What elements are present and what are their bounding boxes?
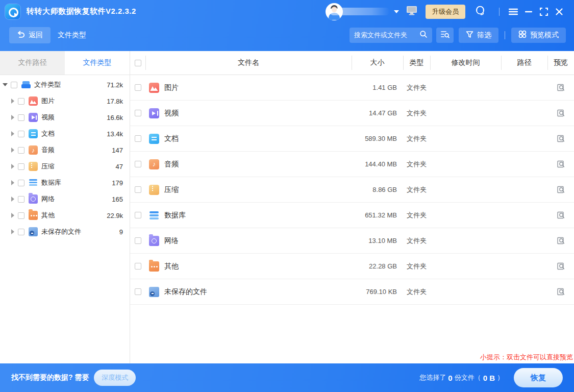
caret-right-icon[interactable] [11, 164, 14, 169]
table-row[interactable]: 压缩 8.86 GB 文件夹 [130, 177, 574, 203]
table-row[interactable]: 视频 14.47 GB 文件夹 [130, 101, 574, 126]
checkbox[interactable] [18, 212, 24, 219]
caret-right-icon[interactable] [11, 213, 14, 218]
caret-right-icon[interactable] [11, 131, 14, 136]
preview-file-icon[interactable] [547, 262, 574, 271]
select-all-checkbox[interactable] [135, 60, 141, 66]
caret-right-icon[interactable] [11, 180, 14, 185]
preview-file-icon[interactable] [547, 287, 574, 296]
caret-right-icon[interactable] [11, 115, 14, 120]
file-type: 文件夹 [403, 262, 430, 271]
titlebar: 转转大师数据恢复软件V2.2.3.2 升级会员 [0, 0, 574, 23]
checkbox[interactable] [18, 131, 24, 137]
file-size: 22.28 GB [352, 262, 403, 270]
row-checkbox[interactable] [135, 161, 141, 167]
checkbox[interactable] [11, 82, 17, 88]
video-icon [149, 108, 159, 118]
video-icon [29, 113, 38, 122]
monitor-icon[interactable] [406, 6, 417, 17]
tree-item-database[interactable]: 数据库 179 [0, 175, 130, 191]
table-row[interactable]: 数据库 651.32 MB 文件夹 [130, 203, 574, 228]
file-size: 589.30 MB [352, 135, 403, 142]
customer-service-icon[interactable] [475, 5, 486, 18]
preview-mode-button[interactable]: 预览模式 [511, 28, 566, 43]
preview-file-icon[interactable] [547, 134, 574, 143]
tree-item-other[interactable]: 其他 22.9k [0, 207, 130, 224]
row-checkbox[interactable] [135, 263, 141, 270]
item-count: 165 [112, 195, 130, 203]
table-row[interactable]: 音频 144.40 MB 文件夹 [130, 152, 574, 177]
file-type: 文件夹 [403, 287, 430, 297]
back-button[interactable]: 返回 [9, 27, 51, 43]
caret-right-icon[interactable] [11, 229, 14, 234]
tree-item-pictures[interactable]: 图片 17.8k [0, 93, 130, 109]
table-row[interactable]: 未保存的文件 769.10 KB 文件夹 [130, 279, 574, 305]
tree-item-root[interactable]: 文件类型 71.2k [0, 77, 130, 93]
column-header-type: 类型 [403, 51, 430, 75]
file-name: 音频 [164, 160, 179, 169]
item-count: 16.6k [107, 114, 130, 121]
pictures-icon [29, 96, 38, 106]
item-count: 71.2k [107, 81, 130, 89]
table-row[interactable]: 文档 589.30 MB 文件夹 [130, 126, 574, 152]
filter-button[interactable]: 筛选 [459, 28, 498, 43]
row-checkbox[interactable] [135, 135, 141, 142]
checkbox[interactable] [18, 147, 24, 154]
recover-button[interactable]: 恢复 [514, 368, 563, 387]
search-input[interactable] [354, 31, 419, 39]
row-checkbox[interactable] [135, 84, 141, 91]
checkbox[interactable] [18, 196, 24, 203]
checkbox[interactable] [18, 98, 24, 105]
checkbox[interactable] [18, 180, 24, 186]
unsaved-file-icon [149, 287, 159, 297]
search-box[interactable] [350, 28, 432, 43]
archive-icon [29, 162, 38, 171]
tree-item-video[interactable]: 视频 16.6k [0, 109, 130, 126]
close-button[interactable] [552, 4, 567, 19]
checkbox[interactable] [18, 229, 24, 235]
caret-right-icon[interactable] [11, 197, 14, 202]
row-checkbox[interactable] [135, 110, 141, 116]
sidebar-tabs: 文件路径 文件类型 [0, 51, 130, 75]
menu-button[interactable] [506, 4, 521, 19]
upgrade-membership-button[interactable]: 升级会员 [426, 5, 465, 19]
tree-item-archive[interactable]: 压缩 47 [0, 158, 130, 175]
deep-scan-question: 找不到需要的数据? 需要 [11, 373, 89, 382]
caret-down-icon[interactable] [3, 83, 8, 86]
preview-file-icon[interactable] [547, 236, 574, 245]
user-account[interactable] [326, 3, 399, 20]
preview-file-icon[interactable] [547, 83, 574, 92]
table-row[interactable]: 其他 22.28 GB 文件夹 [130, 254, 574, 279]
checkbox[interactable] [18, 163, 24, 170]
search-icon[interactable] [419, 30, 428, 40]
deep-mode-button[interactable]: 深度模式 [94, 370, 136, 386]
item-count: 17.8k [107, 97, 130, 105]
caret-right-icon[interactable] [11, 99, 14, 104]
minimize-button[interactable] [521, 4, 536, 19]
breadcrumb: 文件类型 [58, 31, 86, 40]
account-dropdown-icon[interactable] [394, 10, 399, 13]
tab-file-type[interactable]: 文件类型 [65, 51, 130, 75]
tree-item-audio[interactable]: 音频 147 [0, 142, 130, 158]
tab-file-path[interactable]: 文件路径 [0, 51, 65, 75]
tree-item-unsaved[interactable]: 未保存的文件 9 [0, 224, 130, 240]
tree-item-document[interactable]: 文档 13.4k [0, 126, 130, 142]
file-types-icon [21, 80, 31, 89]
preview-file-icon[interactable] [547, 109, 574, 117]
preview-file-icon[interactable] [547, 160, 574, 168]
row-checkbox[interactable] [135, 288, 141, 295]
tree-item-network[interactable]: 网络 165 [0, 191, 130, 207]
file-table: 文件名 大小 类型 修改时间 路径 预览 图片 1.41 GB 文件夹 [130, 51, 574, 363]
caret-right-icon[interactable] [11, 148, 14, 153]
document-icon [149, 134, 159, 144]
row-checkbox[interactable] [135, 212, 141, 218]
table-row[interactable]: 图片 1.41 GB 文件夹 [130, 75, 574, 101]
preview-file-icon[interactable] [547, 211, 574, 219]
checkbox[interactable] [18, 114, 24, 121]
row-checkbox[interactable] [135, 237, 141, 244]
search-in-results-button[interactable] [436, 28, 454, 43]
preview-file-icon[interactable] [547, 185, 574, 194]
table-row[interactable]: 网络 13.10 MB 文件夹 [130, 228, 574, 254]
row-checkbox[interactable] [135, 186, 141, 193]
maximize-button[interactable] [536, 4, 552, 19]
